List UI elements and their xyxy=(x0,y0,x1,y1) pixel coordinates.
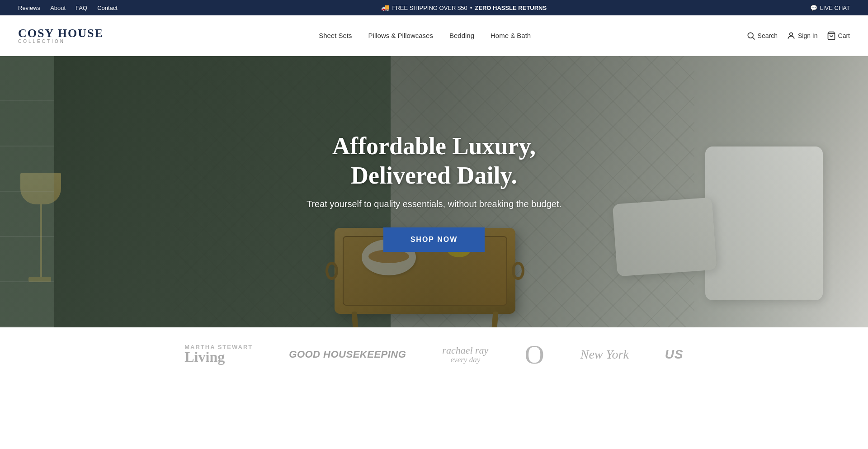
svg-line-1 xyxy=(752,37,755,39)
top-bar: Reviews About FAQ Contact 🚚 FREE SHIPPIN… xyxy=(0,0,868,15)
nav-bedding[interactable]: Bedding xyxy=(449,32,474,39)
search-icon xyxy=(746,31,755,40)
cart-icon xyxy=(827,31,836,40)
nav-actions: Search Sign In Cart xyxy=(746,31,850,40)
contact-link[interactable]: Contact xyxy=(97,5,118,11)
reviews-link[interactable]: Reviews xyxy=(18,5,40,11)
user-icon xyxy=(787,31,796,40)
nav-home-bath[interactable]: Home & Bath xyxy=(491,32,531,39)
logo[interactable]: COSY HOUSE COLLECTION xyxy=(18,28,104,44)
press-logo-good-housekeeping: Good Housekeeping xyxy=(289,349,406,360)
search-button[interactable]: Search xyxy=(746,31,778,40)
returns-text: ZERO HASSLE RETURNS xyxy=(475,5,547,11)
logo-text: COSY HOUSE xyxy=(18,28,104,39)
press-logo-rachael-ray: rachael ray every day xyxy=(442,345,488,364)
nav-pillows[interactable]: Pillows & Pillowcases xyxy=(368,32,433,39)
hero-section: Affordable Luxury, Delivered Daily. Trea… xyxy=(0,56,868,327)
search-label: Search xyxy=(758,32,778,39)
press-logo-new-york: New York xyxy=(580,347,629,362)
us-text: US xyxy=(665,347,684,361)
good-housekeeping-text: Good Housekeeping xyxy=(289,349,406,360)
signin-label: Sign In xyxy=(798,32,818,39)
svg-point-0 xyxy=(748,33,753,38)
cart-button[interactable]: Cart xyxy=(827,31,850,40)
shipping-text: FREE SHIPPING OVER $50 xyxy=(392,5,467,11)
cart-label: Cart xyxy=(838,32,850,39)
rachael-text: rachael ray xyxy=(442,345,488,356)
living-text: Living xyxy=(184,349,225,365)
about-link[interactable]: About xyxy=(50,5,66,11)
signin-button[interactable]: Sign In xyxy=(787,31,818,40)
press-bar: Martha Stewart Living Good Housekeeping … xyxy=(0,327,868,382)
nav-sheet-sets[interactable]: Sheet Sets xyxy=(319,32,352,39)
chat-icon: 💬 xyxy=(810,5,817,11)
rachael-every-text: every day xyxy=(442,356,488,364)
livechat-text: LIVE CHAT xyxy=(820,5,850,11)
new-york-text: New York xyxy=(580,347,629,361)
hero-title: Affordable Luxury, Delivered Daily. xyxy=(285,132,583,190)
separator: • xyxy=(470,5,472,11)
top-bar-right: 💬 LIVE CHAT xyxy=(810,5,850,11)
nav-links: Sheet Sets Pillows & Pillowcases Bedding… xyxy=(319,32,531,39)
truck-icon: 🚚 xyxy=(381,4,390,12)
hero-content: Affordable Luxury, Delivered Daily. Trea… xyxy=(276,132,592,252)
press-logo-oprah: O xyxy=(524,341,544,369)
svg-point-2 xyxy=(790,33,793,36)
press-logo-living: Martha Stewart Living xyxy=(184,344,253,365)
faq-link[interactable]: FAQ xyxy=(75,5,87,11)
main-nav: COSY HOUSE COLLECTION Sheet Sets Pillows… xyxy=(0,15,868,56)
shop-now-button[interactable]: SHOP NOW xyxy=(383,227,485,252)
logo-collection: COLLECTION xyxy=(18,39,65,44)
top-bar-left: Reviews About FAQ Contact xyxy=(18,5,118,11)
press-logo-us-weekly: US xyxy=(665,347,684,362)
top-bar-center: 🚚 FREE SHIPPING OVER $50 • ZERO HASSLE R… xyxy=(381,4,547,12)
hero-subtitle: Treat yourself to quality essentials, wi… xyxy=(285,199,583,209)
oprah-o-text: O xyxy=(524,340,544,369)
